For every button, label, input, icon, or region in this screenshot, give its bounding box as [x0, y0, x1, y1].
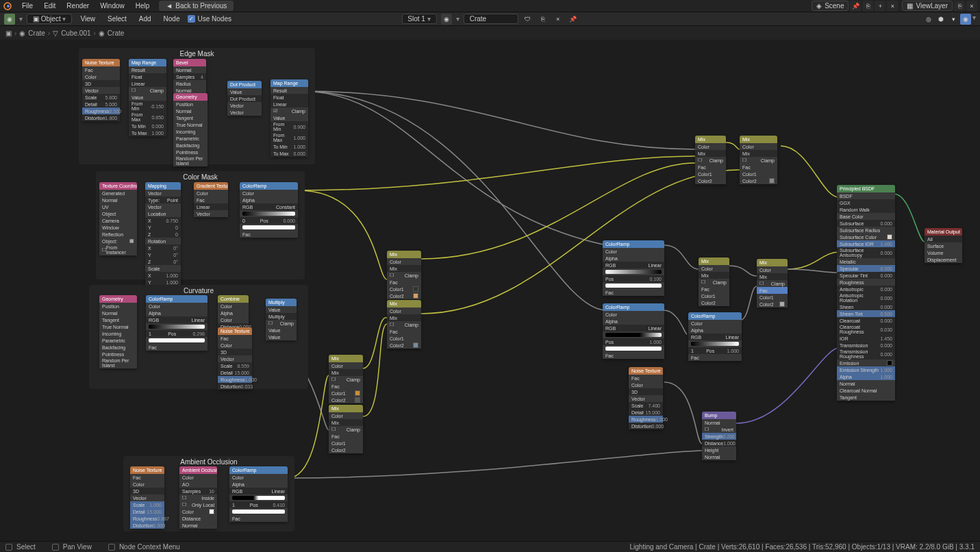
- node-gradient-texture[interactable]: Gradient Texture Color Fac Linear Vector: [194, 182, 228, 217]
- menu-select[interactable]: Select: [103, 14, 131, 24]
- overlay-icon[interactable]: ◎: [923, 14, 934, 25]
- blender-logo-icon: [3, 1, 12, 11]
- slot-selector[interactable]: Slot 1 ▾: [401, 14, 436, 24]
- node-colorramp-colormask[interactable]: ColorRamp Color Alpha RGBConstant 0Pos0.…: [240, 182, 298, 238]
- node-mix-mid-1[interactable]: Mix Color Mix ☐Clamp Fac Color1 Color2: [699, 258, 729, 306]
- node-dot-product[interactable]: Dot Product Value Dot Product Vector Vec…: [227, 81, 262, 116]
- editor-type-icon[interactable]: ◉: [4, 14, 15, 25]
- node-map-range-2[interactable]: Map Range Result Float Linear ☑Clamp Val…: [271, 79, 308, 157]
- node-colorramp-curvature[interactable]: ColorRamp Color Alpha RGBLinear 1Pos0.29…: [146, 295, 208, 351]
- chevron-down-icon: ▾: [972, 14, 976, 25]
- node-mix-tr-2[interactable]: Mix Color Mix ☐Clamp Fac Color1 Color2: [740, 136, 777, 184]
- frame-title: Color Mask: [183, 173, 218, 181]
- object-icon: ▣: [33, 15, 39, 23]
- node-mix-3[interactable]: Mix Color Mix ☐Clamp Fac Color1 Color2: [329, 355, 363, 403]
- checkmark-icon: ✓: [188, 15, 195, 23]
- svg-point-1: [7, 5, 10, 8]
- menu-view[interactable]: View: [76, 14, 99, 24]
- delete-layer-icon[interactable]: ×: [966, 1, 977, 12]
- node-tex-coord[interactable]: Texture Coordinate Generated Normal UV O…: [99, 182, 137, 255]
- material-icon: ◉: [19, 29, 25, 37]
- node-bevel[interactable]: Bevel Normal Samples4 Radius Normal: [173, 59, 206, 94]
- node-colorramp-3[interactable]: ColorRamp Color Alpha RGBLinear 1Pos1.00…: [688, 312, 742, 361]
- menu-file[interactable]: File: [16, 1, 38, 11]
- menu-add[interactable]: Add: [135, 14, 155, 24]
- node-geometry-1[interactable]: Geometry Position Normal Tangent True No…: [173, 93, 208, 166]
- menu-help[interactable]: Help: [130, 1, 155, 11]
- node-mix-1[interactable]: Mix Color Mix ☐Clamp Fac Color1 Color2: [387, 251, 421, 299]
- copy-scene-icon[interactable]: ⎘: [862, 1, 873, 12]
- delete-scene-icon[interactable]: ×: [887, 1, 898, 12]
- chevron-down-icon: ▾: [456, 15, 460, 23]
- back-icon: ◄: [166, 2, 173, 10]
- pin-icon[interactable]: 📌: [850, 1, 861, 12]
- shading-icon[interactable]: ◉: [960, 14, 971, 25]
- status-pan: Pan View: [52, 543, 92, 551]
- snap-icon[interactable]: ⬢: [935, 14, 946, 25]
- fake-user-icon[interactable]: 🛡: [523, 14, 533, 25]
- node-noise-texture-2[interactable]: Noise Texture Fac Color 3D Vector Scale7…: [629, 367, 663, 429]
- menubar: File Edit Render Window Help ◄ Back to P…: [0, 0, 980, 12]
- layer-icon: ▦: [907, 2, 913, 10]
- node-noise-ao[interactable]: Noise Texture Fac Color 3D Vector Scale1…: [130, 466, 164, 529]
- node-multiply[interactable]: Multiply Value Multiply ☐Clamp Value Val…: [266, 299, 297, 340]
- menu-render[interactable]: Render: [61, 1, 95, 11]
- new-scene-icon[interactable]: +: [875, 1, 885, 12]
- node-colorramp-right-2[interactable]: ColorRamp Color Alpha RGBLinear Pos1.000…: [603, 303, 664, 359]
- status-bar: Select Pan View Node Context Menu Lighti…: [0, 541, 980, 552]
- node-map-range-1[interactable]: Map Range Result Float Linear ☐Clamp Val…: [129, 59, 166, 136]
- crumb-object[interactable]: Cube.001: [61, 29, 90, 37]
- copy-layer-icon[interactable]: ⎘: [954, 1, 965, 12]
- node-mix-2[interactable]: Mix Color Mix ☐Clamp Fac Color1 Color2: [387, 300, 421, 349]
- material-icon: ◉: [99, 29, 105, 37]
- back-to-previous-button[interactable]: ◄ Back to Previous: [159, 1, 234, 11]
- node-canvas[interactable]: Edge Mask Noise Texture Fac Color 3D Vec…: [0, 40, 980, 541]
- node-colorramp-right-1[interactable]: ColorRamp Color Alpha RGBLinear Pos0.100…: [603, 240, 664, 296]
- color-ramp-gradient[interactable]: [242, 212, 295, 216]
- frame-title: Curvature: [184, 287, 214, 294]
- status-select: Select: [5, 543, 36, 551]
- unlink-material-icon[interactable]: ×: [553, 14, 564, 25]
- mode-selector[interactable]: ▣ Object ▾: [27, 14, 72, 24]
- node-mix-tr-1[interactable]: Mix Color Mix ☐Clamp Fac Color1 Color2: [695, 136, 726, 184]
- node-noise-texture[interactable]: Noise Texture Fac Color 3D Vector Scale5…: [82, 59, 120, 121]
- mouse-left-icon: [5, 544, 12, 551]
- node-mapping[interactable]: Mapping Vector Type:Point Vector Locatio…: [145, 182, 181, 292]
- crumb-material[interactable]: Crate: [28, 29, 45, 37]
- node-combine[interactable]: Combine Color Alpha Color Distance0.050: [218, 295, 249, 330]
- pin-material-icon[interactable]: 📌: [568, 14, 579, 25]
- chevron-down-icon: ▾: [427, 15, 431, 23]
- node-material-output[interactable]: Material Output All Surface Volume Displ…: [925, 228, 962, 263]
- node-colorramp-ao[interactable]: ColorRamp Color Alpha RGBLinear 1Pos0.41…: [229, 466, 288, 522]
- frame-title: Edge Mask: [179, 50, 214, 58]
- mouse-right-icon: [108, 544, 115, 551]
- more-options-icon[interactable]: ▾: [948, 14, 959, 25]
- breadcrumb: ▣ › ◉ Crate › ▽ Cube.001 › ◉ Crate: [0, 26, 980, 40]
- node-bump[interactable]: Bump Normal ☐Invert Strength0.200 Distan…: [702, 412, 736, 460]
- node-noise-curvature[interactable]: Noise Texture Fac Color 3D Vector Scale8…: [218, 327, 252, 390]
- menu-edit[interactable]: Edit: [38, 1, 61, 11]
- material-sphere-icon[interactable]: ◉: [441, 14, 452, 25]
- color-ramp-gradient[interactable]: [149, 325, 205, 329]
- node-mix-mid-2[interactable]: Mix Color Mix ☐Clamp Fac Color1 Color2: [757, 259, 788, 308]
- material-name-input[interactable]: Crate: [464, 14, 518, 24]
- mouse-middle-icon: [52, 544, 59, 551]
- scene-selector[interactable]: ◈ Scene: [812, 1, 849, 11]
- copy-material-icon[interactable]: ⎘: [538, 14, 549, 25]
- node-editor-toolbar: ◉ ▾ ▣ Object ▾ View Select Add Node ✓ Us…: [0, 12, 980, 26]
- node-mix-4[interactable]: Mix Color Mix ☐Clamp Fac Color1 Color2: [329, 405, 363, 453]
- menu-window[interactable]: Window: [95, 1, 130, 11]
- crumb-mat2[interactable]: Crate: [108, 29, 124, 37]
- viewlayer-selector[interactable]: ▦ ViewLayer: [902, 1, 953, 11]
- node-principled-bsdf[interactable]: Principled BSDF BSDF GGX Random Walk Bas…: [837, 185, 895, 401]
- scene-icon: ◈: [816, 2, 822, 10]
- node-geometry-2[interactable]: Geometry Position Normal Tangent True No…: [99, 295, 137, 368]
- status-context: Node Context Menu: [108, 543, 180, 551]
- object-icon: ▣: [5, 29, 12, 37]
- menu-node[interactable]: Node: [160, 14, 184, 24]
- frame-title: Ambient Occlusion: [180, 458, 237, 466]
- status-info: Lighting and Camera | Crate | Verts:26,6…: [629, 543, 975, 551]
- node-ambient-occlusion[interactable]: Ambient Occlusion Color AO Samples16 ☐In…: [179, 466, 217, 529]
- use-nodes-checkbox[interactable]: ✓ Use Nodes: [188, 15, 231, 23]
- chevron-down-icon: ▾: [62, 15, 66, 23]
